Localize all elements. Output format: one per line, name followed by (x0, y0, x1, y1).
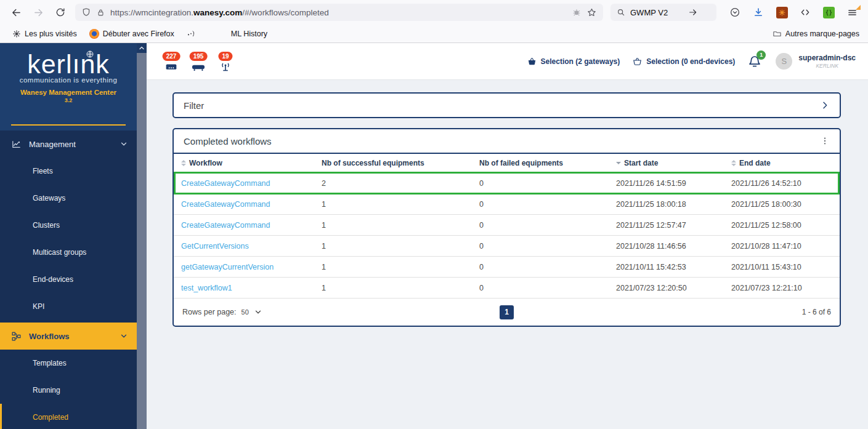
sort-icon (181, 160, 186, 166)
counter-antennas[interactable]: 19 (214, 52, 237, 71)
sidebar-item-running[interactable]: Running (0, 377, 137, 404)
extension-orange-button[interactable] (772, 3, 792, 22)
braces-extension-icon (823, 7, 835, 18)
reload-button[interactable] (51, 3, 70, 22)
firefox-icon (89, 29, 99, 39)
vertical-scrollbar[interactable] (137, 43, 147, 429)
table-row[interactable]: CreateGatewayCommand 1 0 2021/11/25 12:5… (174, 215, 840, 236)
toolbar-extensions (725, 3, 862, 22)
search-go-icon[interactable] (688, 7, 698, 17)
download-icon (753, 7, 764, 18)
bug-extension-icon[interactable] (572, 7, 582, 17)
bookmarks-bar: Les plus visités Débuter avec Firefox ML… (0, 25, 868, 42)
url-bar[interactable]: https://wmcintegration.wanesy.com/#/work… (75, 4, 603, 21)
table-footer: Rows per page: 50 1 1 - 6 of 6 (174, 299, 840, 326)
kebab-menu-icon[interactable] (820, 136, 830, 146)
table-row[interactable]: getGatewayCurrentVersion 1 0 2021/10/11 … (174, 257, 840, 278)
devtools-button[interactable] (795, 3, 815, 22)
column-header-start-date[interactable]: Start date (609, 159, 724, 167)
bookmark-doodle[interactable] (183, 28, 200, 40)
bookmark-les-plus-visites[interactable]: Les plus visités (9, 28, 81, 39)
gear-extension-icon (776, 7, 788, 18)
sidebar-item-completed[interactable]: Completed (0, 404, 137, 429)
page-button-1[interactable]: 1 (500, 305, 514, 319)
sidebar-item-management[interactable]: Management (0, 130, 137, 158)
workflow-link[interactable]: getGatewayCurrentVersion (181, 263, 274, 271)
reload-icon (55, 7, 65, 17)
rows-per-page-value[interactable]: 50 (241, 308, 249, 316)
folder-icon (773, 29, 782, 38)
bookmark-label: Débuter avec Firefox (103, 30, 174, 38)
app-menu-button[interactable] (842, 3, 862, 22)
sidebar-item-label: Management (29, 140, 76, 149)
sidebar-item-gateways[interactable]: Gateways (0, 185, 137, 212)
workflow-link[interactable]: CreateGatewayCommand (181, 179, 270, 188)
chevron-down-icon (120, 332, 128, 340)
bookmark-label: ML History (231, 30, 267, 38)
column-header-successful[interactable]: Nb of successful equipments (314, 159, 472, 167)
table-row[interactable]: GetCurrentVersions 1 0 2021/10/28 11:46:… (174, 236, 840, 257)
user-menu[interactable]: S superadmin-dsc KERLINK (776, 53, 856, 70)
downloads-button[interactable] (748, 3, 768, 22)
selection-end-devices-label: Selection (0 end-devices) (646, 57, 735, 66)
column-header-end-date[interactable]: End date (724, 159, 840, 167)
bookmark-star-icon[interactable] (586, 7, 597, 18)
filter-title: Filter (184, 100, 204, 111)
selection-gateways-button[interactable]: Selection (2 gateways) (527, 57, 620, 66)
tracking-shield-icon[interactable] (81, 7, 91, 17)
antenna-icon (220, 62, 231, 71)
sidebar-item-multicast-groups[interactable]: Multicast groups (0, 239, 137, 266)
table-row[interactable]: CreateGatewayCommand 1 0 2021/11/25 18:0… (174, 194, 840, 215)
sidebar-item-clusters[interactable]: Clusters (0, 212, 137, 239)
count-badge: 195 (190, 52, 208, 61)
workflow-link[interactable]: test_workflow1 (181, 284, 232, 292)
counter-gateways[interactable]: 195 (187, 52, 209, 71)
selection-end-devices-button[interactable]: Selection (0 end-devices) (632, 57, 735, 66)
sidebar-item-kpi[interactable]: KPI (0, 293, 137, 320)
pocket-icon (729, 7, 740, 18)
app-version: 3.2 (0, 97, 137, 103)
rows-per-page-dropdown-icon[interactable] (254, 308, 262, 316)
filter-panel[interactable]: Filter (172, 92, 841, 118)
brand-wordmark: kerlınk (27, 50, 110, 78)
sidebar-item-fleets[interactable]: Fleets (0, 158, 137, 185)
basket-filled-icon (527, 57, 537, 66)
table-row[interactable]: test_workflow1 1 0 2021/07/23 12:20:50 2… (174, 278, 840, 299)
column-header-failed[interactable]: Nb of failed equipments (472, 159, 609, 167)
lock-icon[interactable] (96, 8, 105, 17)
notifications-button[interactable]: 1 (747, 54, 763, 70)
basket-outline-icon (632, 57, 643, 66)
other-bookmarks[interactable]: Autres marque-pages (773, 29, 859, 38)
workflow-link[interactable]: CreateGatewayCommand (181, 200, 270, 209)
table-row[interactable]: CreateGatewayCommand 2 0 2021/11/26 14:5… (174, 173, 840, 194)
sidebar-item-templates[interactable]: Templates (0, 350, 137, 377)
pagination-range: 1 - 6 of 6 (514, 308, 831, 316)
chevron-right-icon[interactable] (820, 100, 830, 110)
menu-update-badge (856, 5, 861, 10)
sidebar: kerlınk communication is everything Wane… (0, 43, 137, 429)
counter-rail-devices[interactable]: 227 (160, 52, 182, 71)
bookmark-ml-history[interactable]: ML History (227, 28, 271, 39)
pocket-button[interactable] (725, 3, 745, 22)
browser-chrome: https://wmcintegration.wanesy.com/#/work… (0, 0, 868, 43)
column-header-workflow[interactable]: Workflow (174, 159, 314, 167)
other-bookmarks-label: Autres marque-pages (785, 30, 859, 38)
sidebar-item-end-devices[interactable]: End-devices (0, 266, 137, 293)
code-icon (800, 7, 811, 18)
rail-device-icon (165, 63, 177, 71)
url-text: https://wmcintegration.wanesy.com/#/work… (110, 8, 329, 17)
json-extension-button[interactable] (819, 3, 838, 22)
user-org: KERLINK (798, 63, 856, 69)
workflow-link[interactable]: GetCurrentVersions (181, 242, 249, 251)
forward-button[interactable] (28, 3, 48, 22)
back-button[interactable] (6, 3, 26, 22)
bookmark-debuter-avec-firefox[interactable]: Débuter avec Firefox (86, 28, 178, 40)
workflow-link[interactable]: CreateGatewayCommand (181, 221, 270, 230)
sidebar-item-workflows[interactable]: Workflows (0, 323, 137, 350)
search-input[interactable] (630, 8, 683, 17)
workflow-icon (11, 331, 22, 342)
search-box[interactable] (610, 4, 716, 21)
scroll-up-button[interactable] (137, 43, 147, 53)
selection-gateways-label: Selection (2 gateways) (541, 57, 620, 66)
app-name: Wanesy Management Center (0, 89, 137, 96)
